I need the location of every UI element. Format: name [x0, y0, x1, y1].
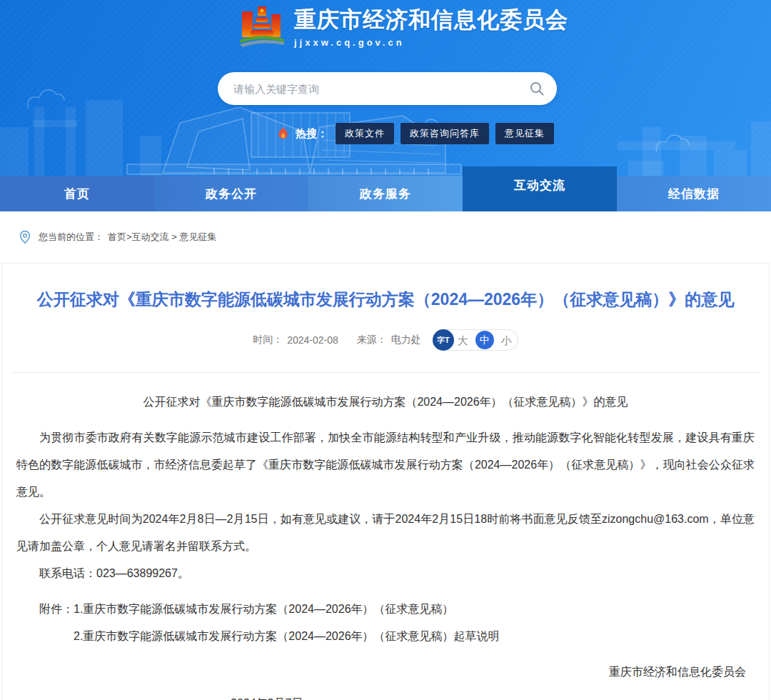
nav-tab-interaction[interactable]: 互动交流 [463, 166, 617, 211]
signature-date: 2024年2月7日 [16, 693, 755, 700]
site-logo-icon [238, 4, 286, 50]
signature-org: 重庆市经济和信息化委员会 [16, 661, 755, 683]
font-size-small-button[interactable]: 小 [501, 335, 512, 346]
hot-search-opinion-collect[interactable]: 意见征集 [495, 123, 554, 144]
hot-search-row: 热搜： 政策文件 政策咨询问答库 意见征集 [277, 123, 554, 144]
article-container: 公开征求对《重庆市数字能源低碳城市发展行动方案（2024—2026年）（征求意见… [1, 263, 770, 700]
hero-banner: 重庆市经济和信息化委员会 jjxxw.cq.gov.cn 热搜： 政策文件 政策… [0, 0, 771, 176]
meta-source-value: 电力处 [391, 334, 421, 346]
meta-time-value: 2024-02-08 [287, 334, 338, 346]
main-nav: 首页 政务公开 政务服务 互动交流 经信数据 [0, 176, 771, 211]
font-size-medium-button[interactable]: 中 [475, 331, 494, 349]
breadcrumb-path[interactable]: 首页>互动交流 > 意见征集 [108, 231, 216, 244]
hot-search-policy-files[interactable]: 政策文件 [336, 123, 394, 144]
attachment-link-2[interactable]: 2.重庆市数字能源低碳城市发展行动方案（2024—2026年）（征求意见稿）起草… [16, 623, 755, 650]
font-size-large-button[interactable]: 大 [458, 335, 468, 346]
breadcrumb-prefix: 您当前的位置： [39, 231, 104, 244]
hot-search-label: 热搜： [296, 127, 328, 141]
hot-search-policy-qa[interactable]: 政策咨询问答库 [400, 123, 489, 144]
flame-icon [277, 126, 289, 141]
attachments-label: 附件： [39, 603, 74, 615]
paragraph: 为贯彻市委市政府有关数字能源示范城市建设工作部署，加快全市能源结构转型和产业升级… [16, 424, 755, 506]
search-input[interactable] [218, 83, 525, 95]
page: 重庆市经济和信息化委员会 jjxxw.cq.gov.cn 热搜： 政策文件 政策… [0, 0, 771, 700]
article-meta: 时间： 2024-02-08 来源： 电力处 字T 大 中 小 [2, 329, 769, 351]
search-icon[interactable] [525, 80, 557, 97]
nav-tab-gov-disclosure[interactable]: 政务公开 [154, 176, 308, 211]
article-body-heading: 公开征求对《重庆市数字能源低碳城市发展行动方案（2024—2026年）（征求意见… [16, 391, 755, 413]
location-pin-icon [19, 230, 31, 244]
meta-source-label: 来源： [357, 334, 387, 346]
site-title: 重庆市经济和信息化委员会 [294, 6, 568, 34]
nav-tab-econ-data[interactable]: 经信数据 [617, 176, 771, 211]
font-size-icon: 字T [433, 329, 454, 351]
meta-time-label: 时间： [253, 334, 283, 346]
attachment-link-1[interactable]: 附件：1.重庆市数字能源低碳城市发展行动方案（2024—2026年）（征求意见稿… [16, 596, 755, 623]
nav-tab-gov-services[interactable]: 政务服务 [308, 176, 463, 211]
divider [12, 372, 759, 373]
site-url: jjxxw.cq.gov.cn [294, 37, 568, 48]
font-size-widget: 字T 大 中 小 [433, 329, 518, 351]
article-body: 公开征求对《重庆市数字能源低碳城市发展行动方案（2024—2026年）（征求意见… [2, 391, 769, 700]
search-bar [218, 72, 557, 105]
paragraph: 公开征求意见时间为2024年2月8日—2月15日，如有意见或建议，请于2024年… [16, 506, 755, 560]
breadcrumb: 您当前的位置： 首页>互动交流 > 意见征集 [0, 211, 771, 263]
nav-tab-home[interactable]: 首页 [0, 176, 154, 211]
site-brand[interactable]: 重庆市经济和信息化委员会 jjxxw.cq.gov.cn [238, 4, 568, 50]
page-title: 公开征求对《重庆市数字能源低碳城市发展行动方案（2024—2026年）（征求意见… [19, 288, 752, 311]
paragraph: 联系电话：023—63899267。 [16, 560, 755, 587]
